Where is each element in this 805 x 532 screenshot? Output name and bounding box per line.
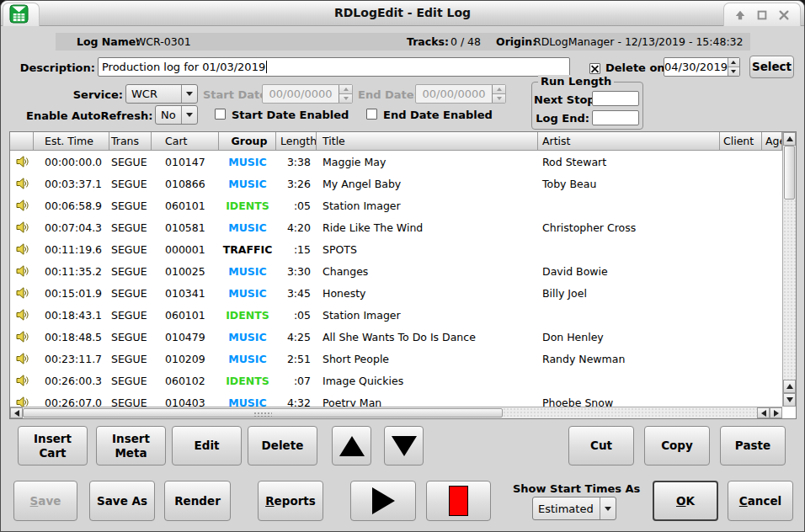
description-label: Description: [16, 61, 95, 74]
scroll-right-button[interactable] [770, 407, 782, 418]
horizontal-scroll-trough[interactable] [503, 407, 757, 418]
rdlogedit-window: RDLogEdit - Edit Log Log Name: WCR-0301 … [0, 0, 805, 532]
scroll-down-button[interactable] [783, 393, 796, 407]
ok-button[interactable]: OK [653, 481, 718, 521]
log-table-rows: 00:00:00.0SEGUE010147MUSIC3:38Maggie May… [10, 151, 782, 407]
cell-trans: SEGUE [109, 221, 152, 234]
origin-label: Origin: [496, 35, 536, 48]
cell-title: Station Imager [317, 309, 538, 322]
cell-trans: SEGUE [109, 156, 152, 168]
column-header-client[interactable]: Client [720, 132, 762, 151]
column-header-title[interactable]: Title [317, 132, 538, 151]
cell-group: TRAFFIC [219, 243, 276, 256]
cell-trans: SEGUE [109, 396, 152, 407]
speaker-icon [16, 287, 29, 299]
horizontal-scrollbar[interactable] [10, 407, 782, 418]
scroll-up-button[interactable] [783, 132, 796, 146]
service-value: WCR [126, 85, 181, 103]
maximize-icon[interactable] [756, 9, 768, 21]
log-row[interactable]: 00:00:00.0SEGUE010147MUSIC3:38Maggie May… [10, 151, 782, 173]
log-row[interactable]: 00:06:58.9SEGUE060101IDENTS:05Station Im… [10, 194, 782, 216]
cell-title: My Angel Baby [317, 178, 538, 190]
log-row[interactable]: 00:15:01.9SEGUE010341MUSIC3:45HonestyBil… [10, 282, 782, 304]
vertical-scroll-trough[interactable] [783, 200, 796, 380]
vertical-scrollbar[interactable] [782, 132, 796, 407]
play-icon [372, 487, 395, 514]
scroll-up-button-2[interactable] [783, 380, 796, 393]
start-date-enabled-checkbox[interactable] [215, 109, 226, 120]
log-row[interactable]: 00:11:19.6SEGUE000001TRAFFIC:15SPOTS [10, 238, 782, 260]
autorefresh-combobox[interactable]: No [155, 105, 198, 125]
cell-group: MUSIC [219, 353, 276, 365]
log-row[interactable]: 00:07:04.3SEGUE010581MUSIC4:20Ride Like … [10, 216, 782, 238]
date-spinner-buttons[interactable] [728, 58, 739, 76]
cell-artist: Toby Beau [538, 178, 720, 190]
stop-icon [449, 486, 468, 516]
speaker-icon [16, 353, 29, 364]
cell-artist: Rod Stewart [538, 156, 720, 168]
vertical-scroll-thumb[interactable] [784, 146, 795, 200]
log-row[interactable]: 00:18:43.1SEGUE060101IDENTS:05Station Im… [10, 304, 782, 326]
edit-button[interactable]: Edit [172, 426, 242, 466]
play-button[interactable] [350, 481, 416, 521]
title-bar[interactable]: RDLogEdit - Edit Log [1, 1, 804, 26]
end-date-label: End Date: [358, 88, 413, 101]
column-header-age[interactable]: Agency [762, 132, 782, 151]
cell-trans: SEGUE [109, 375, 152, 387]
insert-cart-button[interactable]: Insert Cart [18, 426, 88, 466]
column-header-time[interactable]: Est. Time [34, 132, 109, 151]
column-header-length[interactable]: Length [276, 132, 317, 151]
end-date-enabled-checkbox[interactable] [366, 109, 377, 120]
save-as-button[interactable]: Save As [89, 481, 155, 521]
autorefresh-label: Enable AutoRefresh: [26, 109, 152, 122]
cancel-button[interactable]: Cancel [728, 481, 793, 521]
render-button[interactable]: Render [164, 481, 231, 521]
cell-group: MUSIC [219, 265, 276, 278]
reports-button[interactable]: Reports [258, 481, 323, 521]
delete-button[interactable]: Delete [248, 426, 317, 466]
column-header-trans[interactable]: Trans [109, 132, 152, 151]
scroll-left-button-2[interactable] [757, 407, 770, 418]
log-row[interactable]: 00:11:35.2SEGUE010025MUSIC3:30ChangesDav… [10, 260, 782, 282]
shade-icon[interactable] [734, 9, 746, 21]
close-icon[interactable] [778, 9, 790, 21]
column-header-cart[interactable]: Cart [152, 132, 219, 151]
cut-button[interactable]: Cut [568, 426, 634, 466]
cell-group: MUSIC [219, 221, 276, 234]
stop-button[interactable] [426, 481, 491, 521]
log-row[interactable]: 00:23:11.7SEGUE010209MUSIC2:51Short Peop… [10, 348, 782, 370]
log-row[interactable]: 00:26:00.3SEGUE060102IDENTS:07Image Quic… [10, 370, 782, 391]
log-end-field [592, 110, 639, 125]
end-date-enabled-label: End Date Enabled [383, 109, 493, 121]
select-date-button[interactable]: Select [749, 56, 794, 78]
cell-time: 00:15:01.9 [34, 287, 109, 300]
scroll-left-button[interactable] [10, 407, 23, 418]
delete-date-spinbox[interactable]: 04/30/2019 [664, 57, 740, 77]
log-row[interactable]: 00:18:48.5SEGUE010479MUSIC4:25All She Wa… [10, 326, 782, 348]
log-row[interactable]: 00:26:07.0SEGUE010403MUSIC4:32Poetry Man… [10, 391, 782, 407]
log-row[interactable]: 00:03:37.1SEGUE010866MUSIC3:26My Angel B… [10, 173, 782, 194]
column-header-icon[interactable] [10, 132, 34, 151]
delete-on-checkbox[interactable] [589, 63, 600, 74]
description-input[interactable]: Production log for 01/03/2019 [98, 57, 570, 77]
show-start-times-combobox[interactable]: Estimated [532, 497, 616, 520]
cell-group: IDENTS [219, 309, 276, 322]
cell-title: All She Wants To Do Is Dance [317, 331, 538, 343]
cell-artist: Randy Newman [538, 353, 720, 365]
move-up-button[interactable] [332, 426, 371, 466]
insert-meta-button[interactable]: Insert Meta [96, 426, 166, 466]
cell-artist: Phoebe Snow [538, 396, 720, 407]
move-down-button[interactable] [384, 426, 424, 466]
horizontal-scroll-thumb[interactable] [23, 408, 503, 418]
cell-trans: SEGUE [109, 353, 152, 365]
column-header-artist[interactable]: Artist [538, 132, 720, 151]
copy-button[interactable]: Copy [644, 426, 710, 466]
cell-cart: 010403 [152, 396, 219, 407]
end-date-value: 00/00/0000 [416, 85, 492, 103]
service-combobox[interactable]: WCR [125, 84, 198, 104]
paste-button[interactable]: Paste [720, 426, 786, 466]
column-header-group[interactable]: Group [219, 132, 276, 151]
cell-length: 3:26 [276, 178, 317, 190]
cell-icon [10, 287, 34, 299]
cell-trans: SEGUE [109, 178, 152, 190]
